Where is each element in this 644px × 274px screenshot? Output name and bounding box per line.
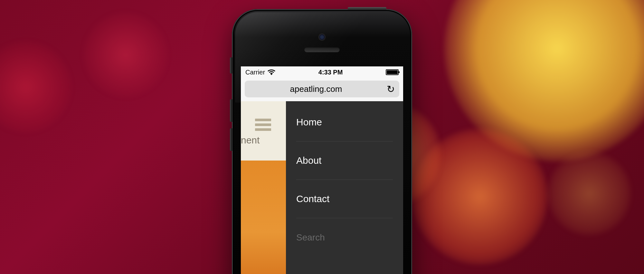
nav-drawer: Home About Contact Go <box>286 101 403 274</box>
phone-device-frame: Carrier 4:33 PM apeatling.com ↻ <box>232 9 412 274</box>
bokeh-circle <box>84 13 167 97</box>
phone-mute-switch <box>230 57 232 73</box>
phone-volume-up <box>230 99 232 122</box>
battery-fill <box>387 70 398 74</box>
status-right <box>386 69 399 75</box>
phone-sensor <box>291 48 295 52</box>
status-left: Carrier <box>245 69 275 76</box>
page-text-fragment: nent <box>241 135 260 146</box>
search-input[interactable] <box>296 232 403 243</box>
url-text: apeatling.com <box>249 84 383 94</box>
phone-screen: Carrier 4:33 PM apeatling.com ↻ <box>241 66 403 274</box>
hero-image <box>241 161 286 274</box>
address-bar[interactable]: apeatling.com ↻ <box>245 81 399 97</box>
phone-power-button <box>348 7 386 10</box>
hamburger-icon[interactable] <box>255 119 271 131</box>
phone-volume-down <box>230 128 232 151</box>
reload-icon[interactable]: ↻ <box>387 83 395 95</box>
web-content: nent Home About Contact Go <box>241 101 403 274</box>
status-time: 4:33 PM <box>275 69 386 76</box>
bokeh-circle <box>547 152 631 235</box>
battery-icon <box>386 69 399 75</box>
phone-camera <box>319 34 325 40</box>
bokeh-circle <box>0 42 71 132</box>
carrier-label: Carrier <box>245 69 265 76</box>
search-row: Go <box>296 218 393 257</box>
browser-chrome: apeatling.com ↻ <box>241 78 403 101</box>
nav-item-about[interactable]: About <box>296 142 393 180</box>
nav-item-home[interactable]: Home <box>296 101 393 142</box>
nav-item-contact[interactable]: Contact <box>296 180 393 218</box>
phone-earpiece <box>304 47 340 52</box>
wifi-icon <box>268 69 275 75</box>
status-bar: Carrier 4:33 PM <box>241 66 403 78</box>
